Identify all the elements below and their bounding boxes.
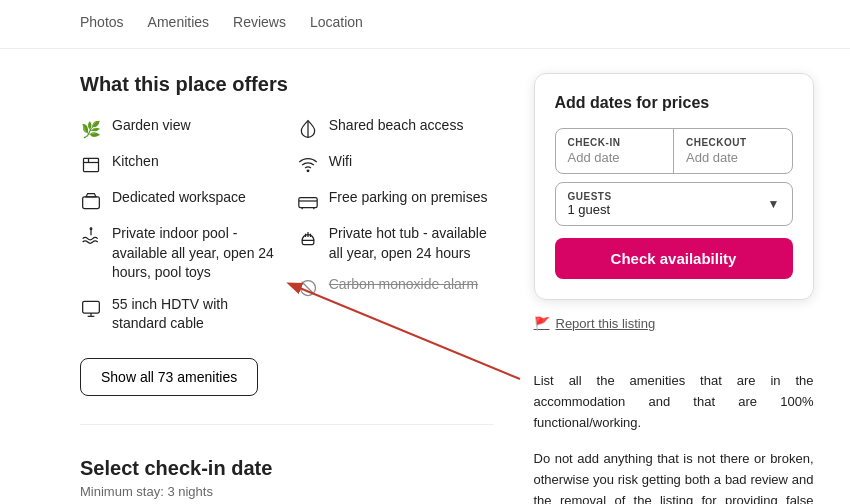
report-listing-link[interactable]: 🚩 Report this listing — [534, 316, 814, 331]
amenity-parking-text: Free parking on premises — [329, 188, 488, 208]
checkout-field[interactable]: CHECKOUT Add date — [674, 129, 792, 173]
garden-view-icon: 🌿 — [80, 118, 102, 140]
amenity-pool-text: Private indoor pool - available all year… — [112, 224, 277, 283]
amenity-beach: Shared beach access — [297, 116, 494, 140]
amenity-garden-view: 🌿 Garden view — [80, 116, 277, 140]
svg-rect-5 — [83, 301, 100, 313]
main-content: What this place offers 🌿 Garden view Kit… — [0, 49, 850, 504]
left-section: What this place offers 🌿 Garden view Kit… — [80, 73, 494, 504]
amenity-pool: Private indoor pool - available all year… — [80, 224, 277, 283]
svg-rect-10 — [299, 198, 317, 208]
check-availability-button[interactable]: Check availability — [555, 238, 793, 279]
amenity-hot-tub-text: Private hot tub - available all year, op… — [329, 224, 494, 263]
pool-icon — [80, 226, 102, 248]
amenity-beach-text: Shared beach access — [329, 116, 464, 136]
checkout-field-value: Add date — [686, 150, 780, 165]
amenity-garden-view-text: Garden view — [112, 116, 191, 136]
amenity-co-alarm: Carbon monoxide alarm — [297, 275, 494, 299]
nav-amenities[interactable]: Amenities — [148, 14, 209, 34]
wifi-icon — [297, 154, 319, 176]
amenity-workspace: Dedicated workspace — [80, 188, 277, 212]
booking-card: Add dates for prices CHECK-IN Add date C… — [534, 73, 814, 300]
svg-point-4 — [90, 228, 92, 230]
nav-location[interactable]: Location — [310, 14, 363, 34]
amenity-hot-tub: Private hot tub - available all year, op… — [297, 224, 494, 263]
amenities-right-col: Shared beach access Wifi Free parking on… — [297, 116, 494, 334]
amenity-wifi-text: Wifi — [329, 152, 352, 172]
amenity-co-alarm-text: Carbon monoxide alarm — [329, 275, 478, 295]
svg-rect-3 — [83, 197, 100, 209]
svg-line-15 — [302, 282, 315, 295]
nav-reviews[interactable]: Reviews — [233, 14, 286, 34]
right-section: Add dates for prices CHECK-IN Add date C… — [534, 73, 814, 504]
kitchen-icon — [80, 154, 102, 176]
annotation-text-1: List all the amenities that are in the a… — [534, 371, 814, 433]
amenities-title: What this place offers — [80, 73, 494, 96]
flag-icon: 🚩 — [534, 316, 550, 331]
checkin-field-label: CHECK-IN — [568, 137, 662, 148]
parking-icon — [297, 190, 319, 212]
guests-field[interactable]: GUESTS 1 guest ▼ — [555, 182, 793, 226]
annotation-section: List all the amenities that are in the a… — [534, 371, 814, 504]
amenity-wifi: Wifi — [297, 152, 494, 176]
booking-card-title: Add dates for prices — [555, 94, 793, 112]
amenities-left-col: 🌿 Garden view Kitchen Dedicated works — [80, 116, 277, 334]
hot-tub-icon — [297, 226, 319, 248]
amenities-grid: 🌿 Garden view Kitchen Dedicated works — [80, 116, 494, 334]
annotation-text-2: Do not add anything that is not there or… — [534, 449, 814, 504]
svg-rect-0 — [84, 158, 99, 171]
co-alarm-icon — [297, 277, 319, 299]
amenity-kitchen-text: Kitchen — [112, 152, 159, 172]
nav-bar: Photos Amenities Reviews Location — [0, 0, 850, 49]
beach-icon — [297, 118, 319, 140]
amenity-parking: Free parking on premises — [297, 188, 494, 212]
checkin-title: Select check-in date — [80, 457, 494, 480]
amenities-section: What this place offers 🌿 Garden view Kit… — [80, 73, 494, 396]
hdtv-icon — [80, 297, 102, 319]
svg-point-9 — [307, 170, 309, 172]
show-all-amenities-button[interactable]: Show all 73 amenities — [80, 358, 258, 396]
checkin-section: Select check-in date Minimum stay: 3 nig… — [80, 457, 494, 504]
guests-label: GUESTS — [568, 191, 612, 202]
guests-value: 1 guest — [568, 202, 612, 217]
report-listing-label: Report this listing — [556, 316, 656, 331]
checkout-field-label: CHECKOUT — [686, 137, 780, 148]
nav-photos[interactable]: Photos — [80, 14, 124, 34]
amenity-workspace-text: Dedicated workspace — [112, 188, 246, 208]
checkin-field-value: Add date — [568, 150, 662, 165]
amenity-kitchen: Kitchen — [80, 152, 277, 176]
divider — [80, 424, 494, 425]
checkin-subtitle: Minimum stay: 3 nights — [80, 484, 494, 499]
guests-info: GUESTS 1 guest — [568, 191, 612, 217]
amenity-hdtv: 55 inch HDTV with standard cable — [80, 295, 277, 334]
workspace-icon — [80, 190, 102, 212]
chevron-down-icon: ▼ — [768, 197, 780, 211]
date-row: CHECK-IN Add date CHECKOUT Add date — [555, 128, 793, 174]
checkin-field[interactable]: CHECK-IN Add date — [556, 129, 675, 173]
amenity-hdtv-text: 55 inch HDTV with standard cable — [112, 295, 277, 334]
